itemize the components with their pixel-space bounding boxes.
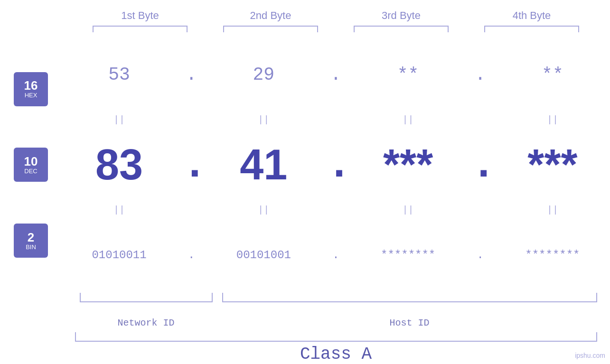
bin-cell-1: 01010011 <box>67 249 171 261</box>
base-labels: 16 HEX 10 DEC 2 BIN <box>0 37 62 293</box>
eq-2-3: || <box>356 205 460 215</box>
dec-val-2: 41 <box>240 141 287 188</box>
bin-cell-3: ******** <box>356 249 460 261</box>
dec-cell-2: 41 <box>211 140 316 189</box>
class-label: Class A <box>75 345 597 364</box>
bin-num: 2 <box>28 231 34 243</box>
bracket-1 <box>93 26 188 32</box>
hex-dot-1: . <box>182 65 201 85</box>
host-id-bracket <box>222 293 597 302</box>
bin-dot-1: . <box>182 249 201 261</box>
dec-badge: 10 DEC <box>14 148 48 182</box>
hex-val-1: 53 <box>108 65 130 85</box>
hex-dot-3: . <box>471 65 490 85</box>
byte-headers: 1st Byte 2nd Byte 3rd Byte 4th Byte <box>75 9 597 22</box>
bin-val-4: ******** <box>525 249 580 261</box>
bracket-4 <box>484 26 579 32</box>
hex-cell-3: ** <box>356 65 460 85</box>
network-id-label: Network ID <box>80 317 213 328</box>
equals-row-2: || || || || <box>62 203 610 217</box>
watermark: ipshu.com <box>575 352 605 359</box>
top-brackets <box>75 26 597 32</box>
eq-1-3: || <box>356 114 460 125</box>
eq-2-1: || <box>67 205 171 215</box>
bin-val-3: ******** <box>381 249 435 261</box>
hex-cell-1: 53 <box>67 65 171 85</box>
eq-2-4: || <box>500 205 605 215</box>
dec-cell-3: *** <box>356 140 460 189</box>
values-area: 53 . 29 . ** . ** || || <box>62 37 610 293</box>
byte-header-2: 2nd Byte <box>218 9 323 22</box>
equals-row-1: || || || || <box>62 113 610 127</box>
bin-cell-2: 00101001 <box>211 249 316 261</box>
dec-num: 10 <box>24 155 38 168</box>
dec-dot-2: . <box>326 141 345 189</box>
full-bracket <box>75 332 597 342</box>
eq-1-2: || <box>211 114 316 125</box>
bracket-3 <box>354 26 449 32</box>
byte-header-4: 4th Byte <box>479 9 584 22</box>
dec-name: DEC <box>24 168 37 175</box>
content-area: 16 HEX 10 DEC 2 BIN 53 . 29 <box>0 37 610 293</box>
bin-cell-4: ******** <box>500 249 605 261</box>
bin-dot-3: . <box>471 249 490 261</box>
eq-2-2: || <box>211 205 316 215</box>
hex-cell-2: 29 <box>211 65 316 85</box>
dec-val-1: 83 <box>95 141 143 188</box>
hex-dot-2: . <box>326 65 345 85</box>
dec-dot-3: . <box>471 141 490 189</box>
id-labels-row: Network ID Host ID <box>75 317 597 328</box>
hex-name: HEX <box>25 92 38 99</box>
byte-header-1: 1st Byte <box>88 9 192 22</box>
bin-val-1: 01010011 <box>92 249 146 261</box>
hex-row: 53 . 29 . ** . ** <box>62 37 610 113</box>
hex-num: 16 <box>24 79 38 92</box>
bin-val-2: 00101001 <box>236 249 291 261</box>
hex-cell-4: ** <box>500 65 605 85</box>
hex-badge: 16 HEX <box>14 72 48 106</box>
bottom-section: Network ID Host ID Class A <box>75 293 597 364</box>
dec-dot-1: . <box>182 141 201 189</box>
id-brackets-row <box>75 293 597 317</box>
network-id-bracket <box>80 293 213 302</box>
hex-val-2: 29 <box>253 65 275 85</box>
dec-val-3: *** <box>383 141 433 188</box>
hex-val-3: ** <box>397 65 419 85</box>
dec-val-4: *** <box>527 141 577 188</box>
bin-name: BIN <box>26 243 36 251</box>
eq-1-1: || <box>67 114 171 125</box>
byte-header-3: 3rd Byte <box>349 9 453 22</box>
host-id-label: Host ID <box>222 317 597 328</box>
eq-1-4: || <box>500 114 605 125</box>
main-container: 1st Byte 2nd Byte 3rd Byte 4th Byte 16 H… <box>0 0 610 364</box>
hex-val-4: ** <box>542 65 563 85</box>
bin-dot-2: . <box>326 249 345 261</box>
bracket-2 <box>223 26 318 32</box>
dec-cell-4: *** <box>500 140 605 189</box>
dec-cell-1: 83 <box>67 140 171 189</box>
dec-row: 83 . 41 . *** . *** <box>62 127 610 203</box>
bin-row: 01010011 . 00101001 . ******** . *******… <box>62 217 610 293</box>
bin-badge: 2 BIN <box>14 224 48 258</box>
